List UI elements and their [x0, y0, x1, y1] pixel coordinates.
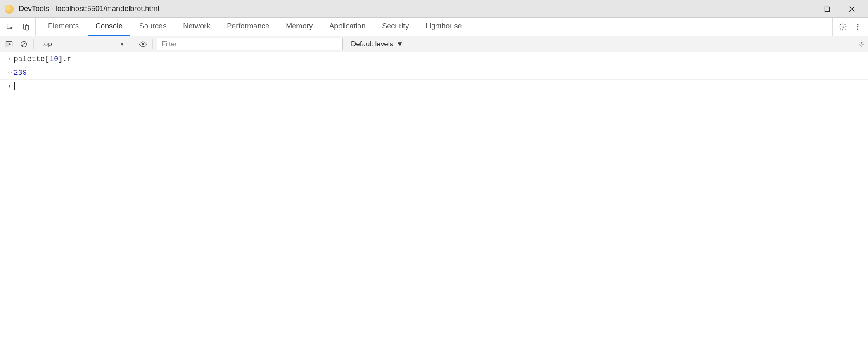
tab-security[interactable]: Security [375, 18, 416, 36]
filter-input[interactable] [157, 38, 343, 50]
svg-rect-6 [25, 25, 28, 30]
svg-line-14 [22, 42, 26, 46]
clear-console-icon[interactable] [19, 39, 29, 50]
console-settings-gear-icon[interactable] [854, 39, 864, 50]
window-title: DevTools - localhost:5501/mandelbrot.htm… [19, 5, 159, 13]
close-button[interactable] [840, 0, 864, 18]
svg-point-9 [857, 26, 859, 27]
console-input-row: palette[10].r [0, 52, 868, 66]
execution-context-select[interactable]: top ▼ [38, 40, 129, 48]
tabs-list: ElementsConsoleSourcesNetworkPerformance… [38, 18, 469, 36]
tab-lighthouse[interactable]: Lighthouse [418, 18, 469, 36]
chevron-down-icon: ▼ [396, 40, 403, 48]
svg-point-7 [842, 26, 844, 28]
svg-point-10 [857, 28, 859, 30]
console-line-content [14, 81, 864, 92]
devtools-window: DevTools - localhost:5501/mandelbrot.htm… [0, 0, 868, 353]
console-line-content: 239 [14, 67, 864, 78]
svg-point-8 [857, 24, 859, 25]
console-output-row: 239 [0, 66, 868, 80]
prompt-arrow-icon [5, 53, 14, 65]
console-prompt-row[interactable] [0, 80, 868, 93]
svg-rect-1 [825, 7, 830, 11]
tab-performance[interactable]: Performance [219, 18, 277, 36]
log-levels-select[interactable]: Default levels ▼ [347, 40, 408, 48]
prompt-arrow-icon [5, 81, 14, 92]
svg-point-15 [142, 43, 144, 45]
more-menu-icon[interactable] [852, 21, 863, 33]
live-expression-icon[interactable] [138, 39, 148, 50]
tab-console[interactable]: Console [88, 18, 130, 36]
tabs-bar: ElementsConsoleSourcesNetworkPerformance… [0, 18, 868, 36]
settings-gear-icon[interactable] [837, 21, 849, 33]
context-label: top [42, 40, 52, 48]
toggle-drawer-icon[interactable] [4, 39, 14, 50]
tab-network[interactable]: Network [175, 18, 218, 36]
text-caret [14, 82, 15, 90]
select-element-icon[interactable] [5, 22, 15, 32]
maximize-button[interactable] [815, 0, 840, 18]
tab-memory[interactable]: Memory [278, 18, 320, 36]
output-arrow-icon [5, 67, 14, 78]
minimize-button[interactable] [790, 0, 815, 18]
svg-rect-11 [6, 41, 12, 47]
tab-sources[interactable]: Sources [132, 18, 174, 36]
console-output[interactable]: palette[10].r239 [0, 52, 868, 353]
svg-point-16 [861, 43, 862, 45]
tab-application[interactable]: Application [322, 18, 373, 36]
tab-elements[interactable]: Elements [40, 18, 86, 36]
console-toolbar: top ▼ Default levels ▼ [0, 36, 868, 52]
favicon-icon [5, 5, 14, 14]
device-toolbar-icon[interactable] [21, 22, 31, 32]
console-line-content: palette[10].r [14, 53, 864, 65]
levels-label: Default levels [351, 40, 393, 48]
titlebar: DevTools - localhost:5501/mandelbrot.htm… [0, 0, 868, 18]
chevron-down-icon: ▼ [120, 41, 125, 47]
